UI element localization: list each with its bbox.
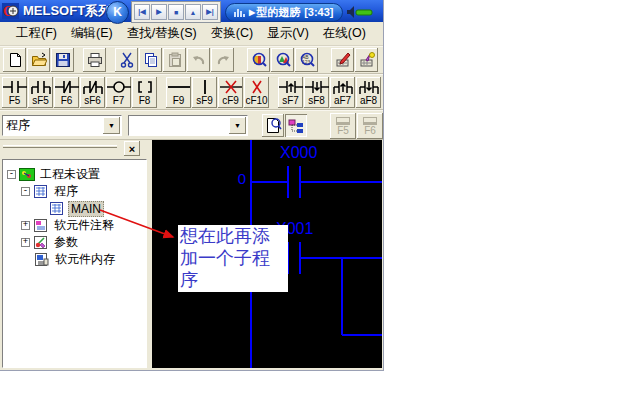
key-label: F9 [173,96,185,106]
open-project-button[interactable] [27,48,50,72]
key-label: F6 [61,96,73,106]
save-project-button[interactable] [51,48,74,72]
print-button[interactable] [83,48,106,72]
tree-label-device-memory[interactable]: 软元件内存 [53,251,117,268]
parallel-falling-pulse-button[interactable]: aF8 [356,77,381,108]
program-type-value: 程序 [3,117,102,134]
key-label: sF9 [196,96,213,106]
contact-x000-label: X000 [280,144,317,162]
new-project-button[interactable] [3,48,26,72]
open-contact-button[interactable]: F5 [2,77,27,108]
menu-project[interactable]: 工程(F) [9,23,64,44]
tree-item-project-root[interactable]: - 工程未设置 [3,166,146,183]
menu-find-replace[interactable]: 查找/替换(S) [120,23,204,44]
find-device-button[interactable] [271,48,294,72]
menu-convert[interactable]: 变换(C) [204,23,260,44]
titlebar[interactable]: G MELSOFT系列 G K |◀ ▶ ■ ▲ ▶| [0,0,383,22]
delete-vertical-line-button[interactable]: cF10 [244,77,269,108]
comment-display-button[interactable] [262,114,284,137]
program-type-combobox[interactable]: 程序 ▼ [2,115,122,136]
printer-icon [87,52,103,68]
key-label: sF6 [84,96,101,106]
parallel-rising-pulse-icon [331,79,355,95]
collapse-icon[interactable]: - [7,170,16,179]
annotation-callout: 想在此再添加一个子程序 [178,225,288,292]
delete-horizontal-line-icon [219,79,243,95]
project-tree-toggle-button[interactable] [285,114,307,137]
floppy-disk-icon [55,52,71,68]
chevron-down-icon[interactable]: ▼ [229,117,246,134]
player-next-button[interactable]: ▶| [202,4,218,20]
volume-control[interactable] [346,5,374,19]
collapse-icon[interactable]: - [21,187,30,196]
horizontal-line-icon [167,79,191,95]
falling-pulse-contact-button[interactable]: sF8 [304,77,329,108]
horizontal-line-button[interactable]: F9 [166,77,191,108]
vertical-line-button[interactable]: sF9 [192,77,217,108]
menu-edit[interactable]: 编辑(E) [64,23,120,44]
redo-button-disabled [211,48,234,72]
key-label: F7 [113,96,125,106]
menu-view[interactable]: 显示(V) [260,23,316,44]
player-previous-button[interactable]: |◀ [134,4,150,20]
paste-button-disabled [163,48,186,72]
menu-diagnostics-partial[interactable]: 诊 [381,23,384,44]
parallel-closed-contact-button[interactable]: sF6 [80,77,105,108]
tree-item-main[interactable]: MAIN [3,200,146,217]
tree-item-program-folder[interactable]: - 程序 [3,183,146,200]
closed-contact-button[interactable]: F6 [54,77,79,108]
monitor-test-button[interactable] [355,48,378,72]
ladder-editor-canvas[interactable]: 0 X000 X001 想在此再添加一个子程序 [152,140,382,368]
application-instruction-button[interactable]: F8 [132,77,157,108]
delete-horizontal-line-button[interactable]: cF9 [218,77,243,108]
ladder-edit-mode-button[interactable] [331,48,354,72]
key-label: sF7 [282,96,299,106]
screenshot-stage: G MELSOFT系列 G K |◀ ▶ ■ ▲ ▶| [0,0,640,400]
panel-close-button[interactable]: × [124,141,140,156]
tree-label-device-comment[interactable]: 软元件注释 [52,217,116,234]
instruction-brackets-icon [133,79,157,95]
closed-contact-icon [55,79,79,95]
tree-item-device-comment[interactable]: + 软元件注释 [3,217,146,234]
edit-ladder-red-icon [335,52,351,68]
find-button[interactable] [247,48,270,72]
tree-item-parameter[interactable]: + 参数 [3,234,146,251]
fkey-f6-button-disabled: F6 [357,113,383,139]
parallel-falling-pulse-icon [357,79,381,95]
player-eject-button[interactable]: ▲ [185,4,201,20]
tree-label-project[interactable]: 工程未设置 [38,166,102,183]
copy-button[interactable] [139,48,162,72]
coil-button[interactable]: F7 [106,77,131,108]
panel-grab-bar[interactable] [3,145,117,148]
tree-item-device-memory[interactable]: 软元件内存 [3,251,146,268]
player-play-button[interactable]: ▶ [151,4,167,20]
parallel-rising-pulse-button[interactable]: aF7 [330,77,355,108]
menu-online[interactable]: 在线(O) [316,23,373,44]
fkey-f5-button-disabled: F5 [330,113,356,139]
find-string-button[interactable]: AB 123 [295,48,318,72]
project-tree-panel: × - 工程未设置 - [0,140,151,368]
player-stop-button[interactable]: ■ [168,4,184,20]
tree-label-main[interactable]: MAIN [68,201,104,217]
song-title: 型的翅膀 [256,5,300,20]
menubar: 工程(F) 编辑(E) 查找/替换(S) 变换(C) 显示(V) 在线(O) 诊 [0,22,383,46]
now-playing-pill[interactable]: ▶ 型的翅膀 [3:43] [225,3,343,22]
expand-icon[interactable]: + [21,221,30,230]
chevron-down-icon[interactable]: ▼ [103,117,120,134]
melsoft-app-window: G MELSOFT系列 G K |◀ ▶ ■ ▲ ▶| [0,0,384,371]
tree-label-program[interactable]: 程序 [52,183,80,200]
music-player-overlay: K |◀ ▶ ■ ▲ ▶| ▶ 型的翅膀 [3:43] [106,0,374,24]
key-label: F8 [139,96,151,106]
test-edit-icon [359,52,375,68]
tree-label-parameter[interactable]: 参数 [52,234,80,251]
parallel-open-contact-button[interactable]: sF5 [28,77,53,108]
cut-button[interactable] [115,48,138,72]
rising-pulse-contact-button[interactable]: sF7 [278,77,303,108]
program-name-combobox[interactable]: ▼ [128,115,248,136]
kugou-player-button[interactable]: K [106,1,129,24]
delete-vertical-line-icon [245,79,269,95]
search-text-icon: AB 123 [299,52,315,68]
clipboard-icon [167,52,183,68]
equalizer-icon [234,7,246,17]
expand-icon[interactable]: + [21,238,30,247]
